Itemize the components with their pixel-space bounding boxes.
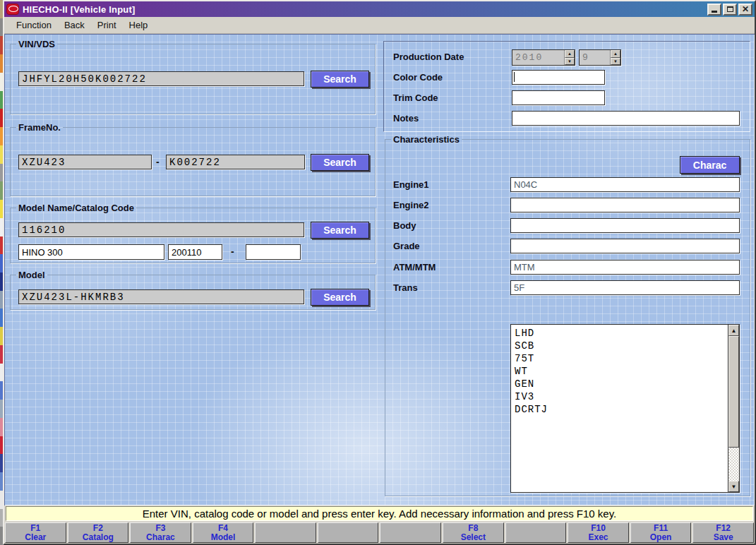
- engine2-label: Engine2: [393, 200, 429, 210]
- list-item[interactable]: 75T: [515, 352, 727, 365]
- date-range-separator: -: [231, 246, 234, 257]
- list-item[interactable]: SCB: [515, 340, 727, 352]
- fkey-label: Open: [650, 533, 672, 542]
- fkey-key: F10: [591, 524, 606, 533]
- window-title: HIECHO-II [Vehicle Input]: [23, 4, 707, 15]
- close-button[interactable]: ✕: [738, 4, 752, 16]
- menu-function[interactable]: Function: [10, 18, 58, 32]
- menu-bar: Function Back Print Help: [4, 17, 755, 34]
- trim-code-input[interactable]: [512, 90, 605, 105]
- menu-back[interactable]: Back: [58, 18, 91, 32]
- color-code-input[interactable]: [512, 70, 605, 85]
- fkey-label: Save: [714, 533, 733, 542]
- fkey-f1-clear[interactable]: F1 Clear: [5, 522, 66, 543]
- engine1-input[interactable]: [510, 177, 740, 192]
- status-message: Enter VIN, catalog code or model and pre…: [143, 508, 616, 520]
- fkey-key: F12: [716, 524, 731, 533]
- model-input[interactable]: [18, 289, 304, 304]
- vertical-scrollbar[interactable]: ▲ ▼: [728, 325, 739, 492]
- fkey-f9-empty[interactable]: [505, 522, 567, 543]
- vehicle-input-form: VIN/VDS Search FrameNo. - Search Model N…: [4, 34, 755, 505]
- app-window: HIECHO-II [Vehicle Input] ✕ Function Bac…: [3, 0, 756, 545]
- model-group-label: Model: [16, 270, 47, 280]
- production-date-label: Production Date: [393, 52, 464, 62]
- date-from-input[interactable]: [168, 244, 222, 260]
- fkey-key: F3: [155, 524, 165, 533]
- vin-input[interactable]: [18, 71, 304, 86]
- engine2-input[interactable]: [510, 198, 740, 212]
- vin-search-button[interactable]: Search: [311, 71, 369, 88]
- fkey-f5-empty[interactable]: [255, 522, 316, 543]
- fkey-f8-select[interactable]: F8 Select: [443, 522, 504, 543]
- characteristics-list: LHD SCB 75T WT GEN IV3 DCRTJ: [511, 325, 727, 492]
- grade-input[interactable]: [510, 239, 740, 253]
- title-bar: HIECHO-II [Vehicle Input] ✕: [4, 1, 755, 17]
- trans-input[interactable]: [510, 280, 740, 295]
- characteristics-listbox[interactable]: LHD SCB 75T WT GEN IV3 DCRTJ ▲ ▼: [510, 324, 740, 493]
- list-item[interactable]: DCRTJ: [515, 403, 727, 416]
- model-name-input[interactable]: [18, 244, 164, 260]
- hino-logo-icon: [6, 4, 19, 15]
- trans-label: Trans: [393, 282, 418, 293]
- fkey-key: F4: [218, 524, 228, 533]
- fkey-label: Charac: [146, 533, 175, 542]
- frame-no-group-label: FrameNo.: [16, 122, 63, 133]
- menu-help[interactable]: Help: [123, 18, 155, 32]
- atm-mtm-label: ATM/MTM: [393, 262, 436, 272]
- fkey-key: F1: [30, 524, 40, 533]
- month-spin-down-icon[interactable]: ▼: [611, 58, 620, 66]
- date-to-input[interactable]: [246, 244, 301, 260]
- characteristics-group-label: Characteristics: [391, 134, 462, 145]
- body-input[interactable]: [510, 218, 740, 233]
- status-bar: Enter VIN, catalog code or model and pre…: [6, 506, 753, 521]
- fkey-f11-open[interactable]: F11 Open: [630, 522, 692, 543]
- trim-code-label: Trim Code: [393, 92, 438, 103]
- grade-label: Grade: [393, 241, 420, 251]
- fkey-label: Select: [461, 533, 486, 542]
- catalog-search-button[interactable]: Search: [311, 222, 369, 239]
- fkey-key: F2: [93, 524, 103, 533]
- text-caret: [514, 72, 515, 82]
- fkey-key: F11: [654, 524, 668, 533]
- list-item[interactable]: GEN: [515, 378, 727, 390]
- atm-mtm-input[interactable]: [510, 260, 740, 275]
- model-search-button[interactable]: Search: [311, 289, 369, 306]
- fkey-f3-charac[interactable]: F3 Charac: [130, 522, 191, 543]
- menu-print[interactable]: Print: [91, 18, 123, 32]
- close-icon: ✕: [742, 5, 749, 13]
- fkey-label: Exec: [588, 533, 608, 542]
- fkey-label: Catalog: [83, 533, 114, 542]
- minimize-button[interactable]: [707, 4, 721, 16]
- list-item[interactable]: IV3: [515, 390, 727, 403]
- production-year-value: 2010: [512, 50, 564, 65]
- frame-no-separator: -: [156, 156, 160, 167]
- frame-no-suffix-input[interactable]: [166, 155, 305, 169]
- maximize-button[interactable]: [723, 4, 737, 16]
- year-spin-down-icon[interactable]: ▼: [565, 58, 575, 66]
- frame-no-prefix-input[interactable]: [18, 155, 152, 169]
- notes-label: Notes: [393, 113, 419, 124]
- year-spin-up-icon[interactable]: ▲: [565, 50, 575, 58]
- fkey-f7-empty[interactable]: [380, 522, 441, 543]
- fkey-f10-exec[interactable]: F10 Exec: [568, 522, 629, 543]
- fkey-f2-catalog[interactable]: F2 Catalog: [68, 522, 129, 543]
- scroll-up-icon[interactable]: ▲: [728, 325, 739, 336]
- body-label: Body: [393, 220, 416, 231]
- list-item[interactable]: LHD: [515, 327, 727, 340]
- frame-no-search-button[interactable]: Search: [311, 154, 369, 171]
- charac-button[interactable]: Charac: [680, 156, 740, 174]
- production-year-spinner[interactable]: 2010 ▲ ▼: [512, 49, 575, 66]
- fkey-f4-model[interactable]: F4 Model: [193, 522, 254, 543]
- fkey-f12-save[interactable]: F12 Save: [692, 522, 754, 543]
- catalog-code-input[interactable]: [18, 222, 304, 237]
- production-month-value: 9: [580, 50, 610, 65]
- model-catalog-group-label: Model Name/Catalog Code: [16, 203, 136, 213]
- production-month-spinner[interactable]: 9 ▲ ▼: [579, 49, 621, 66]
- notes-input[interactable]: [512, 111, 740, 126]
- scroll-down-icon[interactable]: ▼: [728, 481, 739, 492]
- scrollbar-thumb[interactable]: [728, 336, 739, 448]
- fkey-f6-empty[interactable]: [318, 522, 379, 543]
- month-spin-up-icon[interactable]: ▲: [611, 50, 620, 58]
- list-item[interactable]: WT: [515, 365, 727, 378]
- color-code-label: Color Code: [393, 72, 443, 83]
